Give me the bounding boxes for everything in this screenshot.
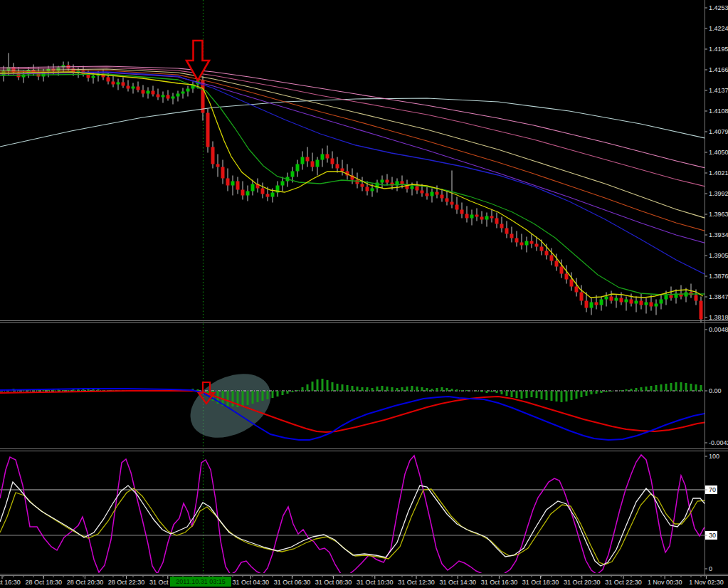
macd-histogram-bar (665, 384, 668, 391)
candle-down (575, 287, 579, 293)
candle-down (142, 90, 145, 94)
candle-down (152, 91, 155, 95)
macd-histogram-bar (660, 384, 663, 391)
time-axis-label: 31 Oct 12:30 (398, 579, 435, 586)
macd-histogram-bar (451, 389, 453, 391)
candle-down (87, 75, 90, 78)
candle-down (500, 224, 504, 229)
macd-histogram-bar (611, 391, 613, 392)
macd-histogram-bar (68, 390, 70, 391)
macd-histogram-bar (227, 391, 229, 407)
macd-histogram-bar (441, 387, 443, 391)
macd-histogram-bar (496, 391, 498, 393)
macd-histogram-bar (282, 391, 284, 395)
candle-up (625, 300, 628, 303)
macd-histogram-bar (631, 389, 633, 391)
macd-histogram-bar (601, 391, 603, 393)
candle-down (630, 300, 633, 304)
macd-histogram-bar (486, 391, 488, 393)
price-axis-label: 1.41665 (709, 66, 728, 73)
candle-up (605, 297, 608, 300)
candle-down (107, 78, 110, 82)
macd-histogram-bar (635, 388, 638, 391)
macd-histogram-bar (197, 389, 199, 391)
macd-histogram-bar (396, 388, 399, 391)
macd-histogram-bar (456, 389, 458, 391)
stoch-axis-label: 100 (709, 453, 719, 460)
time-axis-label: 31 Oct 06:30 (274, 579, 311, 586)
candle-down (465, 214, 469, 219)
macd-histogram-bar (596, 391, 598, 394)
macd-histogram-bar (342, 384, 344, 391)
time-axis-label: 31 Oct 16:30 (481, 579, 518, 586)
candle-down (311, 162, 315, 167)
macd-histogram-bar (411, 386, 413, 391)
macd-histogram-bar (675, 382, 677, 391)
candle-down (216, 164, 220, 167)
candle-up (371, 189, 374, 191)
macd-histogram-bar (247, 391, 249, 405)
macd-histogram-bar (431, 389, 433, 391)
candle-up (645, 303, 648, 305)
candle-up (231, 182, 235, 186)
candle-up (635, 301, 638, 304)
candle-up (181, 92, 185, 94)
macd-histogram-bar (63, 390, 65, 391)
stoch-axis-label: 70 (709, 486, 716, 493)
candle-up (600, 300, 603, 305)
macd-histogram-bar (645, 387, 648, 391)
mt4-chart-window: 1.425351.422451.419551.416651.413751.410… (0, 0, 728, 588)
macd-histogram-bar (416, 387, 418, 391)
candle-down (157, 95, 160, 98)
macd-histogram-bar (93, 389, 95, 391)
candle-down (331, 159, 334, 164)
price-axis-label: 1.39925 (709, 190, 728, 197)
macd-histogram-bar (481, 391, 483, 392)
macd-histogram-bar (262, 391, 264, 401)
candle-down (441, 195, 444, 199)
macd-histogram-bar (690, 384, 692, 391)
time-axis-label: 31 Oct 08:30 (315, 579, 352, 586)
macd-histogram-bar (352, 386, 354, 391)
macd-histogram-bar (297, 390, 299, 391)
macd-histogram-bar (526, 391, 528, 398)
macd-histogram-bar (461, 390, 463, 391)
macd-histogram-bar (357, 387, 359, 391)
candle-down (495, 219, 499, 224)
macd-histogram-bar (655, 385, 658, 391)
candle-down (595, 303, 598, 305)
macd-histogram-bar (391, 387, 394, 391)
candle-up (291, 172, 295, 177)
chart-canvas[interactable]: 1.425351.422451.419551.416651.413751.410… (0, 0, 728, 588)
candle-down (550, 256, 554, 261)
candle-down (206, 113, 210, 147)
time-axis-label: 31 Oct 22:30 (605, 579, 642, 586)
macd-histogram-bar (521, 391, 523, 399)
candle-down (366, 187, 369, 191)
candle-up (132, 87, 135, 89)
candle-up (470, 215, 474, 219)
candle-up (665, 295, 668, 300)
macd-histogram-bar (317, 379, 319, 391)
candle-down (670, 295, 673, 298)
macd-histogram-bar (621, 390, 623, 391)
candle-down (326, 154, 329, 159)
time-axis-label: 31 Oct 04:30 (232, 579, 269, 586)
candle-down (361, 184, 364, 187)
candle-down (137, 87, 140, 90)
price-axis-label: 1.38765 (709, 273, 728, 280)
price-axis-label: 1.38475 (709, 293, 728, 300)
macd-histogram-bar (561, 391, 563, 402)
candle-down (640, 301, 643, 305)
candle-down (515, 238, 519, 243)
candle-down (620, 298, 623, 303)
candle-up (301, 157, 305, 164)
macd-histogram-bar (232, 391, 234, 406)
candle-down (221, 167, 225, 179)
macd-histogram-bar (506, 391, 508, 396)
price-axis-label: 1.42245 (709, 25, 728, 32)
candle-down (127, 86, 130, 89)
time-axis-label: 31 Oct 20:30 (564, 579, 601, 586)
candle-down (460, 210, 464, 214)
candle-down (610, 297, 613, 301)
